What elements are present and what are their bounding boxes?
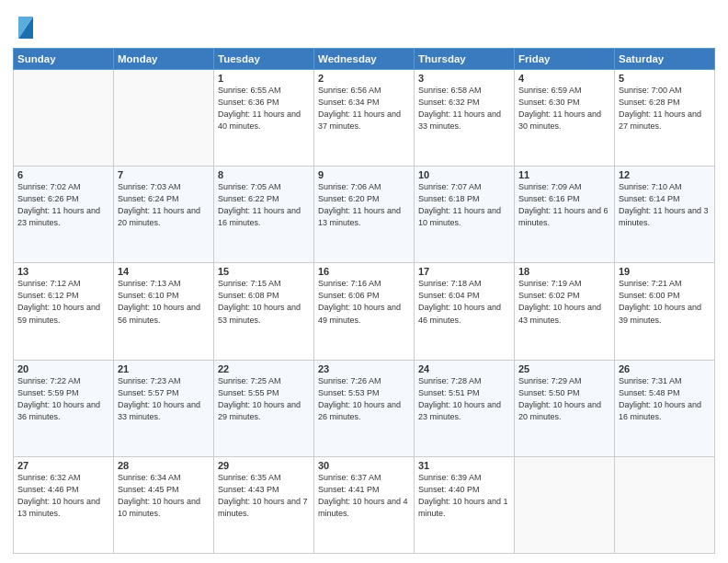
- calendar-cell: 12Sunrise: 7:10 AMSunset: 6:14 PMDayligh…: [615, 167, 715, 263]
- day-number: 23: [318, 363, 410, 374]
- calendar-cell: 15Sunrise: 7:15 AMSunset: 6:08 PMDayligh…: [214, 263, 314, 360]
- day-number: 5: [619, 73, 711, 84]
- day-info: Sunrise: 6:34 AMSunset: 4:45 PMDaylight:…: [118, 472, 210, 520]
- calendar-cell: [14, 70, 114, 167]
- calendar-week-1: 1Sunrise: 6:55 AMSunset: 6:36 PMDaylight…: [14, 70, 715, 167]
- day-info: Sunrise: 7:21 AMSunset: 6:00 PMDaylight:…: [619, 278, 711, 326]
- day-info: Sunrise: 7:25 AMSunset: 5:55 PMDaylight:…: [218, 375, 310, 423]
- day-number: 20: [17, 363, 109, 374]
- calendar-cell: 30Sunrise: 6:37 AMSunset: 4:41 PMDayligh…: [314, 456, 415, 553]
- day-number: 25: [518, 363, 610, 374]
- day-info: Sunrise: 7:28 AMSunset: 5:51 PMDaylight:…: [418, 375, 510, 423]
- calendar-header-friday: Friday: [515, 49, 615, 70]
- calendar-cell: 27Sunrise: 6:32 AMSunset: 4:46 PMDayligh…: [14, 456, 114, 553]
- calendar-header-tuesday: Tuesday: [214, 49, 314, 70]
- calendar-cell: 9Sunrise: 7:06 AMSunset: 6:20 PMDaylight…: [314, 167, 415, 263]
- calendar-header-row: SundayMondayTuesdayWednesdayThursdayFrid…: [14, 49, 715, 70]
- logo: [13, 13, 37, 42]
- calendar-cell: 21Sunrise: 7:23 AMSunset: 5:57 PMDayligh…: [114, 360, 214, 456]
- calendar-cell: 23Sunrise: 7:26 AMSunset: 5:53 PMDayligh…: [314, 360, 415, 456]
- day-info: Sunrise: 6:58 AMSunset: 6:32 PMDaylight:…: [418, 85, 510, 132]
- calendar-table: SundayMondayTuesdayWednesdayThursdayFrid…: [13, 48, 715, 554]
- calendar-cell: 19Sunrise: 7:21 AMSunset: 6:00 PMDayligh…: [615, 263, 715, 360]
- day-number: 26: [619, 363, 711, 374]
- day-info: Sunrise: 7:05 AMSunset: 6:22 PMDaylight:…: [218, 181, 310, 229]
- calendar-header-sunday: Sunday: [14, 49, 114, 70]
- calendar-cell: 5Sunrise: 7:00 AMSunset: 6:28 PMDaylight…: [615, 70, 715, 167]
- day-info: Sunrise: 6:32 AMSunset: 4:46 PMDaylight:…: [17, 472, 109, 520]
- day-info: Sunrise: 7:22 AMSunset: 5:59 PMDaylight:…: [17, 375, 109, 423]
- day-info: Sunrise: 7:07 AMSunset: 6:18 PMDaylight:…: [418, 181, 510, 229]
- day-number: 14: [118, 266, 210, 277]
- day-info: Sunrise: 7:26 AMSunset: 5:53 PMDaylight:…: [318, 375, 410, 423]
- day-info: Sunrise: 7:10 AMSunset: 6:14 PMDaylight:…: [619, 181, 711, 229]
- day-number: 16: [318, 266, 410, 277]
- calendar-cell: 1Sunrise: 6:55 AMSunset: 6:36 PMDaylight…: [214, 70, 314, 167]
- day-number: 31: [418, 460, 510, 471]
- day-info: Sunrise: 7:09 AMSunset: 6:16 PMDaylight:…: [518, 181, 610, 229]
- day-number: 22: [218, 363, 310, 374]
- day-info: Sunrise: 7:29 AMSunset: 5:50 PMDaylight:…: [518, 375, 610, 423]
- calendar-cell: 26Sunrise: 7:31 AMSunset: 5:48 PMDayligh…: [615, 360, 715, 456]
- day-info: Sunrise: 7:13 AMSunset: 6:10 PMDaylight:…: [118, 278, 210, 326]
- day-info: Sunrise: 7:00 AMSunset: 6:28 PMDaylight:…: [619, 85, 711, 132]
- day-info: Sunrise: 7:18 AMSunset: 6:04 PMDaylight:…: [418, 278, 510, 326]
- calendar-cell: 16Sunrise: 7:16 AMSunset: 6:06 PMDayligh…: [314, 263, 415, 360]
- day-number: 29: [218, 460, 310, 471]
- calendar-cell: 18Sunrise: 7:19 AMSunset: 6:02 PMDayligh…: [515, 263, 615, 360]
- day-number: 19: [619, 266, 711, 277]
- day-number: 30: [318, 460, 410, 471]
- calendar-cell: 3Sunrise: 6:58 AMSunset: 6:32 PMDaylight…: [415, 70, 515, 167]
- calendar-cell: 10Sunrise: 7:07 AMSunset: 6:18 PMDayligh…: [415, 167, 515, 263]
- logo-icon: [15, 13, 37, 42]
- day-info: Sunrise: 7:15 AMSunset: 6:08 PMDaylight:…: [218, 278, 310, 326]
- day-number: 11: [518, 169, 610, 180]
- page: SundayMondayTuesdayWednesdayThursdayFrid…: [0, 0, 728, 563]
- day-info: Sunrise: 6:55 AMSunset: 6:36 PMDaylight:…: [218, 85, 310, 132]
- day-number: 27: [17, 460, 109, 471]
- calendar-week-2: 6Sunrise: 7:02 AMSunset: 6:26 PMDaylight…: [14, 167, 715, 263]
- day-info: Sunrise: 6:39 AMSunset: 4:40 PMDaylight:…: [418, 472, 510, 520]
- day-number: 12: [619, 169, 711, 180]
- day-number: 4: [518, 73, 610, 84]
- calendar-week-4: 20Sunrise: 7:22 AMSunset: 5:59 PMDayligh…: [14, 360, 715, 456]
- day-number: 6: [17, 169, 109, 180]
- calendar-header-monday: Monday: [114, 49, 214, 70]
- day-info: Sunrise: 7:31 AMSunset: 5:48 PMDaylight:…: [619, 375, 711, 423]
- calendar-cell: 4Sunrise: 6:59 AMSunset: 6:30 PMDaylight…: [515, 70, 615, 167]
- header: [13, 9, 715, 42]
- day-info: Sunrise: 6:59 AMSunset: 6:30 PMDaylight:…: [518, 85, 610, 132]
- day-info: Sunrise: 6:56 AMSunset: 6:34 PMDaylight:…: [318, 85, 410, 132]
- day-number: 8: [218, 169, 310, 180]
- calendar-cell: 6Sunrise: 7:02 AMSunset: 6:26 PMDaylight…: [14, 167, 114, 263]
- calendar-cell: 20Sunrise: 7:22 AMSunset: 5:59 PMDayligh…: [14, 360, 114, 456]
- calendar-cell: 24Sunrise: 7:28 AMSunset: 5:51 PMDayligh…: [415, 360, 515, 456]
- day-number: 9: [318, 169, 410, 180]
- calendar-cell: 25Sunrise: 7:29 AMSunset: 5:50 PMDayligh…: [515, 360, 615, 456]
- calendar-cell: 29Sunrise: 6:35 AMSunset: 4:43 PMDayligh…: [214, 456, 314, 553]
- calendar-cell: 17Sunrise: 7:18 AMSunset: 6:04 PMDayligh…: [415, 263, 515, 360]
- calendar-header-wednesday: Wednesday: [314, 49, 415, 70]
- day-number: 13: [17, 266, 109, 277]
- day-number: 24: [418, 363, 510, 374]
- day-number: 1: [218, 73, 310, 84]
- calendar-cell: 11Sunrise: 7:09 AMSunset: 6:16 PMDayligh…: [515, 167, 615, 263]
- day-number: 2: [318, 73, 410, 84]
- day-info: Sunrise: 7:23 AMSunset: 5:57 PMDaylight:…: [118, 375, 210, 423]
- calendar-cell: [114, 70, 214, 167]
- calendar-cell: 28Sunrise: 6:34 AMSunset: 4:45 PMDayligh…: [114, 456, 214, 553]
- day-number: 10: [418, 169, 510, 180]
- day-info: Sunrise: 7:19 AMSunset: 6:02 PMDaylight:…: [518, 278, 610, 326]
- calendar-week-5: 27Sunrise: 6:32 AMSunset: 4:46 PMDayligh…: [14, 456, 715, 553]
- calendar-cell: 7Sunrise: 7:03 AMSunset: 6:24 PMDaylight…: [114, 167, 214, 263]
- calendar-cell: 31Sunrise: 6:39 AMSunset: 4:40 PMDayligh…: [415, 456, 515, 553]
- day-number: 15: [218, 266, 310, 277]
- day-number: 21: [118, 363, 210, 374]
- day-number: 18: [518, 266, 610, 277]
- calendar-cell: [615, 456, 715, 553]
- calendar-cell: 14Sunrise: 7:13 AMSunset: 6:10 PMDayligh…: [114, 263, 214, 360]
- day-number: 28: [118, 460, 210, 471]
- calendar-week-3: 13Sunrise: 7:12 AMSunset: 6:12 PMDayligh…: [14, 263, 715, 360]
- calendar-cell: 8Sunrise: 7:05 AMSunset: 6:22 PMDaylight…: [214, 167, 314, 263]
- day-info: Sunrise: 7:16 AMSunset: 6:06 PMDaylight:…: [318, 278, 410, 326]
